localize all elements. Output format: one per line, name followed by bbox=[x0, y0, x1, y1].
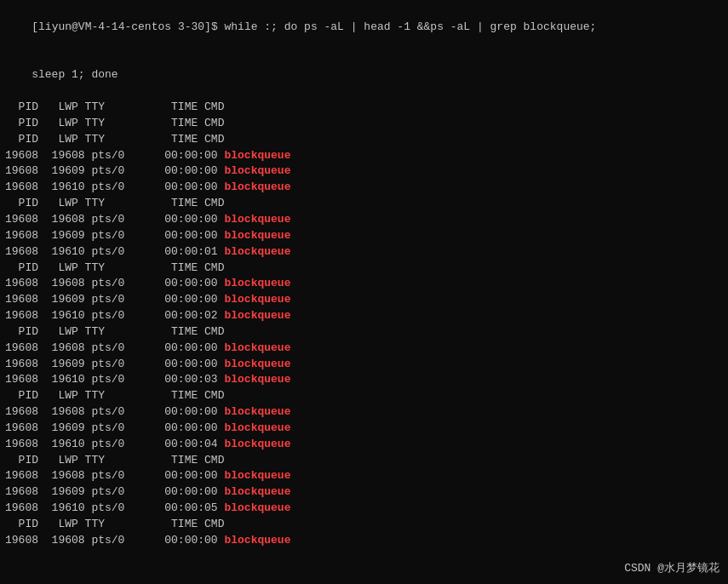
terminal-row: PID LWP TTY TIME CMD bbox=[5, 100, 723, 116]
command-line-2: sleep 1; done bbox=[5, 52, 723, 100]
prompt-user: liyun bbox=[38, 20, 72, 33]
terminal-row: PID LWP TTY TIME CMD bbox=[5, 388, 723, 404]
terminal[interactable]: [liyun@VM-4-14-centos 3-30]$ while :; do… bbox=[0, 0, 728, 584]
terminal-row: PID LWP TTY TIME CMD bbox=[5, 324, 723, 341]
prompt-host: VM-4-14-centos bbox=[78, 20, 171, 33]
terminal-row: PID LWP TTY TIME CMD bbox=[5, 261, 723, 277]
terminal-row: 19608 19608 pts/0 00:00:00 blockqueue bbox=[5, 533, 723, 549]
terminal-row: PID LWP TTY TIME CMD bbox=[5, 116, 723, 132]
terminal-row: 19608 19610 pts/0 00:00:03 blockqueue bbox=[5, 372, 723, 388]
terminal-row: 19608 19608 pts/0 00:00:00 blockqueue bbox=[5, 468, 723, 484]
terminal-row: PID LWP TTY TIME CMD bbox=[5, 517, 723, 533]
terminal-row: 19608 19608 pts/0 00:00:00 blockqueue bbox=[5, 341, 723, 357]
terminal-row: 19608 19608 pts/0 00:00:00 blockqueue bbox=[5, 404, 723, 421]
output-container: PID LWP TTY TIME CMD PID LWP TTY TIME CM… bbox=[5, 100, 723, 549]
prompt-at: @ bbox=[72, 20, 78, 33]
command-line: [liyun@VM-4-14-centos 3-30]$ while :; do… bbox=[5, 3, 723, 52]
terminal-row: 19608 19610 pts/0 00:00:01 blockqueue bbox=[5, 244, 723, 261]
terminal-row: 19608 19609 pts/0 00:00:00 blockqueue bbox=[5, 484, 723, 501]
watermark: CSDN @水月梦镜花 bbox=[624, 560, 719, 575]
terminal-row: PID LWP TTY TIME CMD bbox=[5, 132, 723, 148]
terminal-row: 19608 19610 pts/0 00:00:04 blockqueue bbox=[5, 437, 723, 453]
terminal-row: PID LWP TTY TIME CMD bbox=[5, 196, 723, 212]
terminal-row: 19608 19610 pts/0 00:00:02 blockqueue bbox=[5, 308, 723, 324]
prompt-bracket: [ bbox=[32, 20, 38, 33]
terminal-row: 19608 19610 pts/0 00:00:00 blockqueue bbox=[5, 180, 723, 196]
terminal-row: 19608 19609 pts/0 00:00:00 blockqueue bbox=[5, 421, 723, 437]
terminal-row: 19608 19609 pts/0 00:00:00 blockqueue bbox=[5, 357, 723, 373]
terminal-row: 19608 19609 pts/0 00:00:00 blockqueue bbox=[5, 163, 723, 180]
terminal-row: PID LWP TTY TIME CMD bbox=[5, 453, 723, 469]
terminal-row: 19608 19609 pts/0 00:00:00 blockqueue bbox=[5, 292, 723, 308]
command-text: while :; do ps -aL | head -1 &&ps -aL | … bbox=[225, 20, 597, 33]
terminal-row: 19608 19608 pts/0 00:00:00 blockqueue bbox=[5, 212, 723, 228]
terminal-row: 19608 19609 pts/0 00:00:00 blockqueue bbox=[5, 228, 723, 244]
terminal-row: 19608 19608 pts/0 00:00:00 blockqueue bbox=[5, 276, 723, 292]
prompt-space: 3-30]$ bbox=[171, 20, 224, 33]
terminal-row: 19608 19608 pts/0 00:00:00 blockqueue bbox=[5, 148, 723, 164]
command-continuation: sleep 1; done bbox=[32, 68, 118, 81]
terminal-row: 19608 19610 pts/0 00:00:05 blockqueue bbox=[5, 501, 723, 517]
